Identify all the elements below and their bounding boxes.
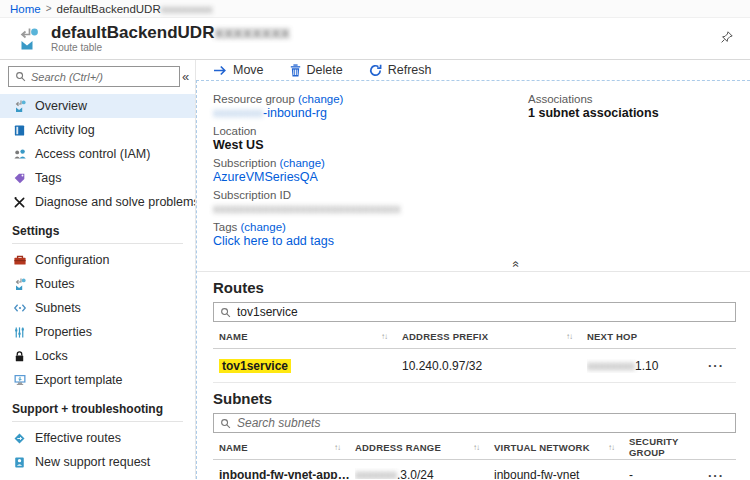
associations-value: 1 subnet associations	[528, 106, 750, 121]
content-pane: Move Delete Refresh	[196, 60, 750, 479]
delete-button[interactable]: Delete	[290, 63, 343, 77]
diagnose-icon	[12, 195, 27, 209]
search-icon	[220, 418, 231, 429]
breadcrumb-home-link[interactable]: Home	[10, 3, 41, 15]
sidebar-item-tags[interactable]: Tags	[0, 166, 195, 190]
refresh-icon	[369, 64, 382, 77]
page-title: defaultBackendUDRxxxxxxxx	[51, 23, 290, 42]
support-request-icon	[12, 455, 27, 469]
routes-search-input[interactable]	[237, 305, 729, 319]
subnets-table-header: NAME↑↓ ADDRESS RANGE↑↓ VIRTUAL NETWORK↑↓…	[213, 435, 736, 460]
redacted-text: xxxxxxx	[355, 468, 397, 479]
subnet-row-menu-button[interactable]: ···	[696, 468, 736, 480]
column-header-name[interactable]: NAME↑↓	[213, 331, 402, 342]
subscription-label: Subscription (change)	[213, 156, 528, 170]
sidebar-item-activity-log[interactable]: Activity log	[0, 118, 195, 142]
sidebar-item-label: Activity log	[35, 123, 95, 137]
tags-icon	[12, 171, 27, 185]
sidebar-section-support: Support + troubleshooting	[0, 392, 195, 419]
tags-label: Tags (change)	[213, 220, 528, 234]
tags-change-link[interactable]: (change)	[241, 221, 286, 233]
sidebar-collapse-button[interactable]: «	[180, 69, 191, 84]
effective-routes-icon	[12, 431, 27, 445]
sidebar-item-label: Tags	[35, 171, 61, 185]
sidebar-search-box[interactable]	[8, 66, 180, 87]
routes-search-box[interactable]	[213, 302, 736, 322]
subnets-section: Subnets NAME↑↓ ADDRESS RANGE↑↓ VIRTUAL N…	[197, 383, 750, 479]
properties-icon	[12, 325, 27, 339]
subnet-virtual-network-cell: inbound-fw-vnet	[494, 468, 629, 479]
column-header-next-hop[interactable]: NEXT HOP	[587, 331, 696, 342]
move-arrow-icon	[213, 65, 227, 76]
column-header-security-group[interactable]: SECURITY GROUP	[629, 436, 696, 458]
access-control-icon	[12, 147, 27, 161]
configuration-icon	[12, 253, 27, 267]
resource-group-label: Resource group (change)	[213, 92, 528, 106]
toolbar: Move Delete Refresh	[196, 60, 750, 80]
sidebar-item-properties[interactable]: Properties	[0, 320, 195, 344]
subnet-name-cell: inbound-fw-vnet-appgw-sub...	[213, 468, 355, 479]
page-header: defaultBackendUDRxxxxxxxx Route table	[0, 18, 750, 60]
breadcrumb: Home > defaultBackendUDR xxxxxxxxx	[0, 0, 750, 18]
locks-icon	[12, 349, 27, 363]
resource-group-change-link[interactable]: (change)	[298, 93, 343, 105]
subnet-security-group-cell: -	[629, 468, 696, 479]
pin-icon	[720, 30, 734, 44]
breadcrumb-separator: >	[46, 3, 52, 14]
sidebar-item-export-template[interactable]: Export template	[0, 368, 195, 392]
sidebar-item-overview[interactable]: Overview	[0, 94, 195, 118]
associations-label: Associations	[528, 92, 750, 106]
subnets-search-box[interactable]	[213, 413, 736, 433]
subnet-address-range-cell: xxxxxxx.3.0/24	[355, 468, 494, 479]
sidebar-item-effective-routes[interactable]: Effective routes	[0, 426, 195, 450]
search-icon	[15, 71, 26, 82]
sidebar: « Overview Activity log Access control (…	[0, 60, 196, 479]
page-title-redacted-text: xxxxxxxx	[214, 23, 290, 42]
redacted-text: xxxxxxxx	[587, 359, 635, 373]
collapse-essentials-button[interactable]: «	[511, 261, 523, 268]
sidebar-search-input[interactable]	[31, 71, 173, 83]
sidebar-item-label: Overview	[35, 99, 87, 113]
divider	[12, 421, 183, 422]
refresh-button[interactable]: Refresh	[369, 63, 432, 77]
tags-value[interactable]: Click here to add tags	[213, 234, 528, 249]
route-table-icon	[15, 25, 42, 52]
sort-icon: ↑↓	[473, 443, 479, 452]
sidebar-item-label: Export template	[35, 373, 123, 387]
column-header-address-prefix[interactable]: ADDRESS PREFIX↑↓	[402, 331, 587, 342]
route-address-prefix-cell: 10.240.0.97/32	[402, 359, 587, 373]
sort-icon: ↑↓	[381, 332, 387, 341]
route-name-cell: tov1service	[213, 359, 402, 373]
column-header-virtual-network[interactable]: VIRTUAL NETWORK↑↓	[494, 442, 629, 453]
sidebar-item-label: Subnets	[35, 301, 81, 315]
subnets-search-input[interactable]	[237, 416, 729, 430]
sidebar-item-routes[interactable]: Routes	[0, 272, 195, 296]
sidebar-item-label: Configuration	[35, 253, 109, 267]
route-row[interactable]: tov1service 10.240.0.97/32 xxxxxxxx1.10 …	[213, 349, 736, 383]
overview-icon	[12, 99, 27, 113]
subnets-title: Subnets	[213, 390, 736, 407]
location-value: West US	[213, 138, 528, 153]
sort-icon: ↑↓	[566, 332, 572, 341]
sidebar-item-new-support-request[interactable]: New support request	[0, 450, 195, 474]
sidebar-item-label: Diagnose and solve problems	[35, 195, 196, 209]
sidebar-item-diagnose[interactable]: Diagnose and solve problems	[0, 190, 195, 214]
sidebar-item-subnets[interactable]: Subnets	[0, 296, 195, 320]
breadcrumb-redacted-text: xxxxxxxxx	[161, 3, 213, 15]
sidebar-item-configuration[interactable]: Configuration	[0, 248, 195, 272]
trash-icon	[290, 64, 301, 77]
resource-group-value[interactable]: xxxxxxxx-inbound-rg	[213, 106, 528, 121]
activity-log-icon	[12, 123, 27, 137]
move-button[interactable]: Move	[213, 63, 264, 77]
sidebar-item-access-control[interactable]: Access control (IAM)	[0, 142, 195, 166]
redacted-text: xxxxxxxxxxxxxxxxxxxxxxxxxxxxxx	[213, 202, 401, 216]
subscription-change-link[interactable]: (change)	[280, 157, 325, 169]
column-header-name[interactable]: NAME↑↓	[213, 442, 355, 453]
pin-button[interactable]	[718, 28, 736, 50]
route-row-menu-button[interactable]: ···	[696, 358, 736, 373]
column-header-address-range[interactable]: ADDRESS RANGE↑↓	[355, 442, 494, 453]
sidebar-item-locks[interactable]: Locks	[0, 344, 195, 368]
subscription-value[interactable]: AzureVMSeriesQA	[213, 170, 528, 185]
subnet-row[interactable]: inbound-fw-vnet-appgw-sub... xxxxxxx.3.0…	[213, 460, 736, 479]
routes-title: Routes	[213, 279, 736, 296]
